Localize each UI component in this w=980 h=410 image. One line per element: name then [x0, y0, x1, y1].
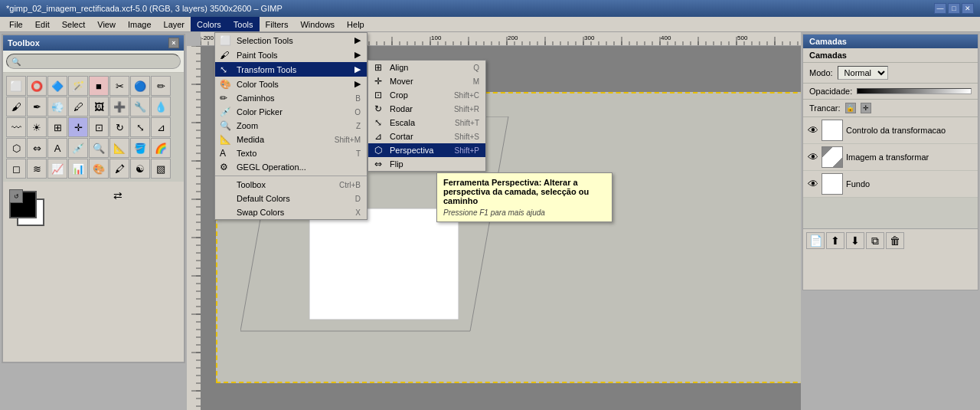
submenu-item-crop[interactable]: ⊡ Crop Shift+C — [368, 88, 485, 102]
menu-help[interactable]: Help — [341, 17, 371, 31]
tool-convolve[interactable]: ≋ — [27, 159, 47, 179]
submenu-item-flip[interactable]: ⇔ Flip — [368, 157, 485, 171]
layers-opacity-slider[interactable] — [857, 88, 972, 94]
toolbox-close-button[interactable]: × — [168, 38, 179, 48]
tool-crop[interactable]: ⊡ — [89, 117, 109, 137]
tool-levels[interactable]: 📊 — [68, 159, 88, 179]
close-window-button[interactable]: ✕ — [962, 3, 974, 14]
lock-position-icon[interactable]: ✛ — [861, 103, 871, 113]
window-title: *gimp_02_imagem_rectificada.xcf-5.0 (RGB… — [6, 4, 283, 13]
layers-opacity-row: Opacidade: — [803, 84, 978, 100]
menu-file[interactable]: File — [3, 17, 29, 31]
tool-shear[interactable]: ⊿ — [151, 117, 171, 137]
tool-bucket-fill[interactable]: 🪣 — [130, 138, 150, 158]
menu-item-swap-colors[interactable]: Swap Colors X — [215, 205, 367, 219]
menu-item-default-colors[interactable]: Default Colors D — [215, 192, 367, 205]
swap-colors-icon[interactable]: ⇄ — [113, 189, 122, 202]
tool-zoom[interactable]: 🔍 — [89, 138, 109, 158]
menu-filters[interactable]: Filters — [260, 17, 295, 31]
tool-align[interactable]: ⊞ — [47, 117, 67, 137]
title-bar: *gimp_02_imagem_rectificada.xcf-5.0 (RGB… — [0, 0, 980, 17]
tool-smudge[interactable]: 〰 — [6, 117, 26, 137]
tool-pencil[interactable]: ✒ — [27, 97, 47, 116]
menu-item-toolbox[interactable]: Toolbox Ctrl+B — [215, 178, 367, 192]
color-picker-menu-icon: 💉 — [220, 107, 231, 117]
layer-visibility-1[interactable]: 👁 — [808, 124, 818, 136]
tool-rect-select[interactable]: ⬜ — [6, 76, 26, 96]
menu-edit[interactable]: Edit — [29, 17, 56, 31]
tool-rotate[interactable]: ↻ — [109, 117, 129, 137]
tool-ink[interactable]: 🖊 — [68, 97, 88, 116]
tool-dodge-burn[interactable]: ☀ — [27, 117, 47, 137]
menu-item-selection-tools[interactable]: ⬜ Selection Tools ▶ — [215, 33, 367, 48]
submenu-item-align[interactable]: ⊞ Align Q — [368, 61, 485, 74]
layers-mode-select[interactable]: Normal — [838, 66, 888, 80]
submenu-item-rodar[interactable]: ↻ Rodar Shift+R — [368, 102, 485, 116]
tool-eraser[interactable]: ◻ — [6, 159, 26, 179]
lock-pixels-icon[interactable]: 🔒 — [845, 103, 856, 113]
menu-layer[interactable]: Layer — [158, 17, 191, 31]
tool-color-select[interactable]: ■ — [89, 76, 109, 96]
tool-blur[interactable]: 💧 — [151, 97, 171, 116]
minimize-button[interactable]: — — [934, 3, 946, 14]
move-layer-down-button[interactable]: ⬇ — [846, 232, 864, 249]
menu-item-texto[interactable]: A Texto T — [215, 146, 367, 160]
submenu-item-mover[interactable]: ✛ Mover M — [368, 74, 485, 88]
move-layer-up-button[interactable]: ⬆ — [826, 232, 844, 249]
tool-measure[interactable]: 📐 — [109, 138, 129, 158]
new-layer-button[interactable]: 📄 — [806, 232, 825, 249]
submenu-item-cortar[interactable]: ⊿ Cortar Shift+S — [368, 130, 485, 143]
tool-ellipse-select[interactable]: ⭕ — [27, 76, 47, 96]
tool-threshold[interactable]: ▧ — [151, 159, 171, 179]
reset-colors-icon[interactable]: ↺ — [9, 189, 23, 203]
tool-blend[interactable]: 🌈 — [151, 138, 171, 158]
menu-item-transform-tools[interactable]: ⤡ Transform Tools ▶ — [215, 62, 367, 77]
tool-foreground-select[interactable]: 🔵 — [130, 76, 150, 96]
tool-color-picker[interactable]: 💉 — [68, 138, 88, 158]
tool-hue-saturation[interactable]: 🎨 — [89, 159, 109, 179]
delete-layer-button[interactable]: 🗑 — [886, 232, 904, 249]
submenu-item-perspectiva[interactable]: ⬡ Perspectiva Shift+P — [368, 143, 485, 157]
menu-item-paint-tools[interactable]: 🖌 Paint Tools ▶ — [215, 48, 367, 62]
tool-scissors[interactable]: ✂ — [109, 76, 129, 96]
menu-view[interactable]: View — [91, 17, 122, 31]
caminhos-icon: ✏ — [220, 93, 227, 103]
tool-scale[interactable]: ⤡ — [130, 117, 150, 137]
perspectiva-icon: ⬡ — [371, 143, 385, 157]
tool-airbrush[interactable]: 💨 — [47, 97, 67, 116]
layer-visibility-3[interactable]: 👁 — [808, 178, 818, 190]
menu-item-caminhos[interactable]: ✏ Caminhos B — [215, 91, 367, 105]
menu-windows[interactable]: Windows — [294, 17, 341, 31]
tool-paintbrush[interactable]: 🖌 — [6, 97, 26, 116]
maximize-button[interactable]: □ — [948, 3, 960, 14]
tool-clone[interactable]: 🖼 — [89, 97, 109, 116]
tool-brightness-contrast[interactable]: ☯ — [130, 159, 150, 179]
toolbox-search-box[interactable]: 🔍 — [6, 54, 181, 69]
tool-heal[interactable]: ➕ — [109, 97, 129, 116]
tool-free-select[interactable]: 🔷 — [47, 76, 67, 96]
tool-colorize[interactable]: 🖍 — [109, 159, 129, 179]
align-icon: ⊞ — [371, 61, 385, 74]
submenu-item-escala[interactable]: ⤡ Escala Shift+T — [368, 116, 485, 130]
menu-image[interactable]: Image — [122, 17, 158, 31]
tool-perspective[interactable]: ⬡ — [6, 138, 26, 158]
layer-visibility-2[interactable]: 👁 — [808, 151, 818, 163]
menu-select[interactable]: Select — [56, 17, 92, 31]
menu-item-color-picker[interactable]: 💉 Color Picker O — [215, 105, 367, 119]
tool-perspective-clone[interactable]: 🔧 — [130, 97, 150, 116]
duplicate-layer-button[interactable]: ⧉ — [866, 232, 884, 249]
tool-text[interactable]: A — [47, 138, 67, 158]
menu-colors[interactable]: Colors — [191, 17, 227, 31]
menu-item-color-tools[interactable]: 🎨 Color Tools ▶ — [215, 77, 367, 91]
tool-fuzzy-select[interactable]: 🪄 — [68, 76, 88, 96]
tool-flip[interactable]: ⇔ — [27, 138, 47, 158]
menu-item-gegl[interactable]: ⚙ GEGL Operation... — [215, 160, 367, 174]
layers-lock-label: Trancar: — [809, 103, 841, 113]
menu-item-medida[interactable]: 📐 Medida Shift+M — [215, 133, 367, 146]
menu-item-zoom[interactable]: 🔍 Zoom Z — [215, 119, 367, 133]
tools-dropdown-menu: ⬜ Selection Tools ▶ 🖌 Paint Tools ▶ ⤡ Tr… — [214, 32, 368, 220]
menu-tools[interactable]: Tools — [227, 17, 260, 31]
tool-curves[interactable]: 📈 — [47, 159, 67, 179]
tool-paths[interactable]: ✏ — [151, 76, 171, 96]
tool-move[interactable]: ✛ — [68, 117, 88, 137]
